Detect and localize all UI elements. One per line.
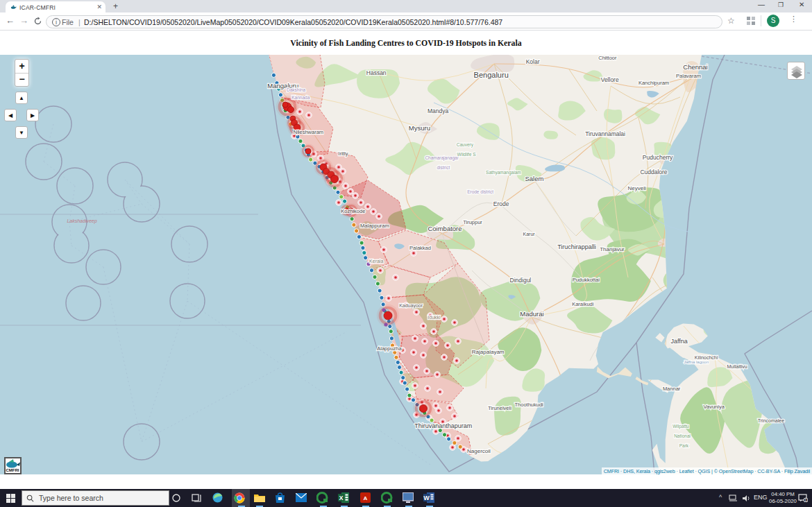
svg-text:Thoothukudi: Thoothukudi	[514, 402, 543, 408]
svg-text:Kanchipuram: Kanchipuram	[638, 80, 669, 86]
svg-text:Kaduayoor: Kaduayoor	[399, 303, 423, 309]
svg-text:Sathyamangalam: Sathyamangalam	[486, 170, 521, 175]
svg-text:Wilpattu: Wilpattu	[673, 424, 689, 429]
svg-text:Karaikudi: Karaikudi	[572, 301, 594, 307]
svg-text:Mandya: Mandya	[428, 108, 449, 114]
svg-text:Tirunelveli: Tirunelveli	[488, 405, 511, 411]
svg-text:CMFRI: CMFRI	[6, 468, 19, 472]
svg-text:Lakshadweep: Lakshadweep	[67, 218, 96, 224]
svg-text:Erode: Erode	[493, 200, 509, 207]
svg-text:Tiruvannamalai: Tiruvannamalai	[585, 130, 625, 137]
svg-text:Dakshina: Dakshina	[287, 87, 305, 92]
svg-text:Idukki: Idukki	[428, 315, 441, 320]
svg-text:Rajapalayam: Rajapalayam	[472, 349, 505, 355]
svg-text:Salem: Salem	[525, 175, 543, 182]
svg-text:Wildlife S: Wildlife S	[457, 152, 477, 157]
svg-text:Neyveli: Neyveli	[627, 185, 645, 191]
svg-text:Vavuniya: Vavuniya	[704, 404, 725, 410]
svg-text:Nagercoil: Nagercoil	[467, 448, 491, 454]
svg-text:Park: Park	[679, 443, 689, 448]
svg-text:Palavaram: Palavaram	[676, 73, 701, 79]
svg-text:Thanjavur: Thanjavur	[600, 246, 625, 252]
svg-text:A: A	[364, 495, 368, 501]
svg-text:Dindigul: Dindigul	[510, 277, 532, 284]
svg-text:Mullaitivu: Mullaitivu	[727, 364, 747, 369]
svg-text:Madurai: Madurai	[520, 310, 543, 318]
svg-text:Tiruppur: Tiruppur	[463, 219, 482, 225]
svg-text:Nileshwaram: Nileshwaram	[294, 129, 323, 135]
svg-text:Mysuru: Mysuru	[409, 124, 430, 132]
svg-text:Iritty: Iritty	[338, 151, 348, 157]
svg-text:W: W	[423, 495, 430, 501]
svg-text:National: National	[674, 433, 691, 438]
svg-text:Alappuzha: Alappuzha	[377, 345, 402, 352]
svg-text:Puducherry: Puducherry	[643, 154, 673, 161]
svg-text:Chennai: Chennai	[683, 63, 707, 71]
svg-text:Tiruchirappalli: Tiruchirappalli	[557, 243, 596, 250]
svg-text:Chittoor: Chittoor	[598, 55, 617, 61]
svg-text:Bengaluru: Bengaluru	[474, 71, 509, 79]
svg-text:Kerala: Kerala	[369, 259, 383, 264]
svg-text:Thiruvananthapuram: Thiruvananthapuram	[414, 422, 472, 429]
svg-text:Karur: Karur	[523, 232, 536, 237]
svg-text:Cuddalore: Cuddalore	[640, 169, 667, 175]
svg-text:district: district	[437, 165, 450, 170]
svg-text:Cauvery: Cauvery	[457, 142, 474, 148]
svg-text:Hassan: Hassan	[366, 69, 387, 76]
svg-text:Coimbatore: Coimbatore	[428, 225, 462, 232]
svg-text:Malappuram: Malappuram	[360, 223, 389, 229]
svg-text:X: X	[339, 495, 343, 501]
svg-text:Chamarajanagar: Chamarajanagar	[425, 155, 459, 161]
svg-text:Jaffna: Jaffna	[671, 338, 688, 345]
svg-text:Kannada: Kannada	[291, 95, 310, 100]
svg-text:Kolar: Kolar	[526, 58, 540, 65]
svg-text:Trincomalee: Trincomalee	[758, 418, 784, 423]
svg-text:Mannar: Mannar	[663, 386, 681, 392]
svg-text:Palakkad: Palakkad	[409, 245, 431, 251]
svg-text:Pudukkottai: Pudukkottai	[573, 277, 600, 283]
svg-text:Erode district: Erode district	[467, 189, 493, 194]
svg-text:Jaffna lagoon: Jaffna lagoon	[684, 360, 709, 364]
svg-text:Kozhikode: Kozhikode	[341, 208, 365, 214]
svg-text:Vellore: Vellore	[601, 76, 619, 83]
